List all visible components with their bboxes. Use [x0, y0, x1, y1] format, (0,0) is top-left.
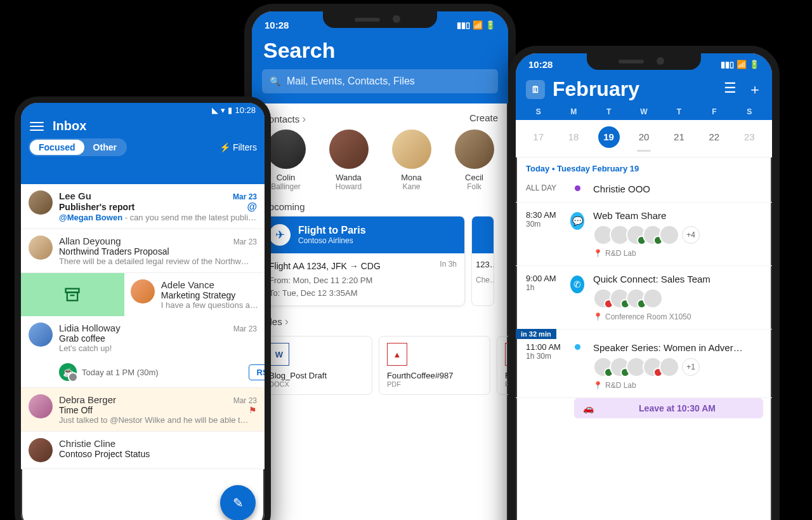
message-date: Mar 23 — [233, 324, 257, 333]
file-card[interactable]: ▲ Re… PDF — [497, 336, 508, 395]
flight-card-peek[interactable]: 123… Che… — [471, 216, 494, 306]
plane-icon: ✈ — [269, 224, 291, 246]
file-card[interactable]: W Blog_Post Draft DOCX — [261, 336, 372, 395]
flight-header: ✈ Flight to Paris Contoso Airlines — [261, 217, 464, 253]
attendees: +1 — [593, 357, 762, 377]
leave-suggestion[interactable]: 🚗 Leave at 10:30 AM — [574, 398, 763, 418]
inbox-tabs: Focused Other — [29, 138, 127, 156]
message-date: Mar 23 — [233, 396, 257, 405]
subject: Contoso Project Status — [59, 449, 257, 459]
message-item[interactable]: Lee Gu Mar 23 Publisher's report @ @Mega… — [21, 184, 265, 229]
message-item-swiped[interactable]: Adele Vance Marketing Strategy I have a … — [21, 273, 265, 316]
avatar — [455, 130, 494, 169]
message-item[interactable]: Lidia Holloway Mar 23 Grab coffee Let's … — [21, 316, 265, 388]
dates-row: 17 18 19 20 21 22 23 — [516, 120, 772, 157]
message-list: Lee Gu Mar 23 Publisher's report @ @Mega… — [21, 184, 265, 469]
event-item[interactable]: 11:00 AM 1h 30m Speaker Series: Women in… — [516, 330, 772, 398]
flight-card[interactable]: ✈ Flight to Paris Contoso Airlines Fligh… — [261, 216, 465, 306]
sender: Debra Berger — [59, 394, 116, 405]
event-title: Quick Connect: Sales Team — [593, 274, 762, 284]
hamburger-icon[interactable] — [30, 122, 44, 131]
flag-icon: ⚑ — [249, 405, 257, 415]
contact-item[interactable]: Mona Kane — [386, 130, 436, 191]
svg-rect-1 — [67, 293, 77, 301]
meeting-time: Today at 1 PM (30m) — [82, 368, 159, 377]
allday-event[interactable]: ALL DAY Christie OOO — [516, 176, 772, 203]
notch — [323, 11, 437, 28]
avatar — [329, 130, 369, 169]
message-date: Mar 23 — [233, 237, 257, 246]
event-dot — [570, 342, 584, 390]
filters-button[interactable]: ⚡ Filters — [219, 142, 257, 152]
meeting-icon: ☕ — [59, 363, 77, 381]
subject: Marketing Strategy — [161, 290, 258, 300]
message-item[interactable]: Debra Berger Mar 23 Time Off ⚑ Just talk… — [21, 388, 265, 432]
archive-action[interactable] — [21, 273, 124, 316]
subject: Publisher's report — [59, 202, 134, 212]
file-card[interactable]: ▲ FourthCoffee#987 PDF — [379, 336, 490, 395]
location-icon: 📍 — [593, 249, 603, 258]
date-cell[interactable]: 21 — [662, 126, 697, 148]
status-icons: ▮▮▯📶🔋 — [457, 20, 495, 30]
chat-icon: 💬 — [570, 212, 584, 230]
message-date: Mar 23 — [233, 192, 257, 201]
add-event-icon[interactable]: ＋ — [748, 80, 762, 99]
flight-route: Flight AA 1234, JFK → CDG — [269, 260, 381, 273]
sender: Lee Gu — [59, 190, 91, 201]
tab-focused[interactable]: Focused — [30, 140, 84, 155]
preview: @Megan Bowen - can you send me the lates… — [59, 213, 257, 222]
avatar — [392, 130, 431, 169]
bolt-icon: ⚡ — [219, 142, 230, 152]
word-icon: W — [269, 343, 289, 366]
weekday-row: S M T W T F S — [516, 107, 772, 120]
search-icon: 🔍 — [270, 76, 280, 86]
phone-inbox: ◣ ▾ ▮ 10:28 Inbox Focused Other ⚡ Filter… — [15, 97, 271, 520]
calendar-mini-icon[interactable]: 🗓 — [526, 80, 545, 99]
signal-icon: ◣ — [212, 105, 218, 115]
date-cell[interactable]: 20 — [626, 126, 661, 148]
event-title: Speaker Series: Women in Adver… — [593, 342, 762, 353]
date-cell[interactable]: 18 — [556, 126, 591, 148]
event-title: Web Team Share — [593, 210, 762, 221]
contacts-row: Colin Ballinger Wanda Howard Mona Kane C… — [252, 130, 508, 199]
attendees-more: +1 — [682, 358, 700, 376]
sender: Allan Deyoung — [59, 236, 121, 246]
contact-item[interactable]: Wanda Howard — [324, 130, 374, 191]
search-placeholder: Mail, Events, Contacts, Files — [287, 76, 415, 87]
event-item[interactable]: 8:30 AM 30m 💬 Web Team Share +4 📍R&D Lab — [516, 203, 772, 266]
contact-item[interactable]: Cecil Folk — [449, 130, 499, 191]
avatar — [29, 394, 53, 418]
calendar-month[interactable]: February — [553, 77, 639, 101]
message-item[interactable]: Allan Deyoung Mar 23 Northwind Traders P… — [21, 229, 265, 273]
create-button[interactable]: Create — [469, 112, 498, 126]
phone-search: 10:28 ▮▮▯📶🔋 Search 🔍 Mail, Events, Conta… — [244, 4, 516, 520]
subject: Northwind Traders Proposal — [59, 246, 257, 257]
event-item[interactable]: 9:00 AM 1h ✆ Quick Connect: Sales Team 📍… — [516, 266, 772, 330]
flight-airline: Contoso Airlines — [298, 236, 366, 245]
tab-other[interactable]: Other — [84, 140, 126, 155]
status-bar: ◣ ▾ ▮ 10:28 — [21, 103, 265, 115]
flight-from: From: Mon, Dec 11 2:20 PM — [269, 274, 381, 287]
date-cell[interactable]: 22 — [697, 126, 731, 148]
preview: I have a few questions a… — [161, 300, 258, 310]
compose-fab[interactable]: ✎ — [220, 485, 256, 520]
date-cell[interactable]: 17 — [521, 126, 556, 148]
message-item[interactable]: Christie Cline Contoso Project Status — [21, 432, 265, 469]
agenda-icon[interactable]: ☰ — [724, 80, 737, 99]
date-cell[interactable]: 23 — [732, 126, 767, 148]
preview: Just talked to @Nestor Wilke and he will… — [59, 415, 257, 425]
preview: There will be a detailed legal review of… — [59, 257, 257, 266]
flight-title: Flight to Paris — [298, 225, 366, 236]
notch — [587, 53, 701, 70]
status-time: 10:28 — [235, 105, 256, 115]
rsvp-button[interactable]: RSVP — [249, 364, 265, 380]
date-cell-selected[interactable]: 19 — [591, 126, 626, 148]
search-input[interactable]: 🔍 Mail, Events, Contacts, Files — [262, 69, 498, 93]
files-row: W Blog_Post Draft DOCX ▲ FourthCoffee#98… — [252, 332, 508, 399]
upcoming-cards: ✈ Flight to Paris Contoso Airlines Fligh… — [252, 216, 508, 306]
avatar — [131, 279, 155, 303]
attendees — [593, 288, 762, 309]
sender: Christie Cline — [59, 438, 257, 449]
attendees-more: +4 — [682, 226, 700, 244]
flight-to: To: Tue, Dec 12 3:35AM — [269, 287, 381, 300]
